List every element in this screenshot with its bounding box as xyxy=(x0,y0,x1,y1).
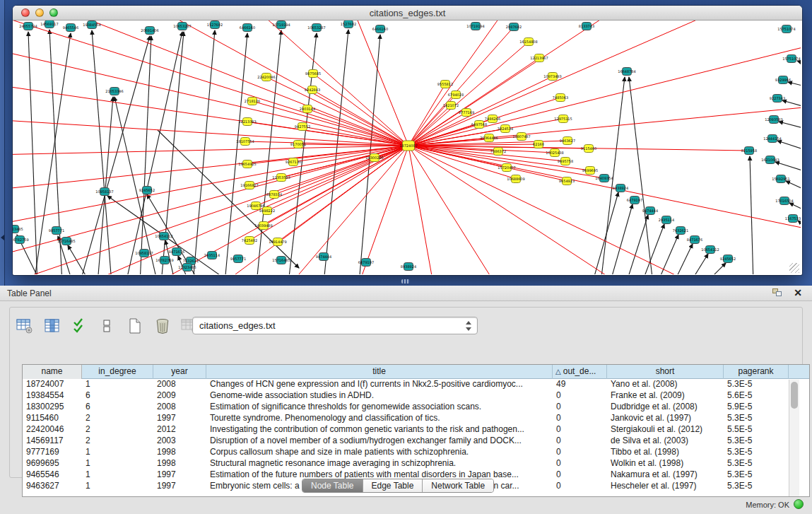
graph-node[interactable]: 14569117 xyxy=(40,21,58,28)
vertical-scrollbar[interactable] xyxy=(789,380,799,496)
graph-node[interactable]: 7486266 xyxy=(485,115,500,123)
graph-node[interactable]: 6479197 xyxy=(627,197,642,204)
table-row[interactable]: 969969511998Structural magnetic resonanc… xyxy=(23,458,809,469)
graph-node[interactable]: 7485063 xyxy=(553,94,568,102)
new-document-icon[interactable] xyxy=(124,315,146,337)
graph-node[interactable]: 9555812 xyxy=(437,81,453,88)
graph-node[interactable]: 2935114 xyxy=(204,252,220,259)
graph-node[interactable]: 9227343 xyxy=(770,95,785,103)
graph-node[interactable]: 9857771 xyxy=(49,227,64,235)
graph-node[interactable]: 12975115 xyxy=(554,115,572,123)
graph-node[interactable]: 8471676 xyxy=(169,248,184,256)
rows-icon[interactable] xyxy=(97,315,118,337)
graph-node[interactable]: 18107554 xyxy=(236,138,254,146)
graph-node[interactable]: 9245652 xyxy=(720,255,736,263)
table-row[interactable]: 1938455462009Genome-wide association stu… xyxy=(23,390,809,402)
graph-node[interactable]: 19384554 xyxy=(83,21,100,29)
graph-node[interactable]: 10653287 xyxy=(307,24,325,32)
graph-node[interactable]: 6794028 xyxy=(448,91,464,99)
select-all-icon[interactable] xyxy=(69,315,90,337)
graph-node[interactable]: 16154808 xyxy=(519,38,537,46)
graph-node[interactable]: 20364486 xyxy=(480,134,498,142)
graph-node[interactable]: 12323485 xyxy=(13,226,23,233)
close-icon[interactable]: ✕ xyxy=(794,287,802,298)
graph-node[interactable]: 15716485 xyxy=(272,257,290,264)
graph-node[interactable]: 3824534 xyxy=(498,125,513,133)
tab-network-table[interactable]: Network Table xyxy=(423,479,493,493)
graph-node[interactable]: 10719194 xyxy=(272,21,290,29)
table-row[interactable]: 911546021997Tourette syndrome. Phenomeno… xyxy=(23,413,809,424)
graph-node[interactable]: 9242843 xyxy=(305,86,320,94)
scrollbar-thumb[interactable] xyxy=(791,382,798,409)
graph-node[interactable]: 10654112 xyxy=(701,246,719,254)
graph-node[interactable]: 9495758 xyxy=(558,158,573,165)
graph-node[interactable]: 7632621 xyxy=(673,227,688,235)
table-row[interactable]: 1830029562008Estimation of significance … xyxy=(23,402,809,413)
graph-node[interactable]: 12323485 xyxy=(178,264,196,271)
graph-node[interactable]: 1527602 xyxy=(207,21,223,29)
network-view[interactable]: 1872400718300295224200462718126122133831… xyxy=(13,21,801,274)
graph-node[interactable]: 9329966 xyxy=(775,76,791,84)
graph-node[interactable]: 10688609 xyxy=(507,175,524,183)
graph-node[interactable]: 8878334 xyxy=(266,191,282,199)
graph-node[interactable]: 2087682 xyxy=(506,23,522,31)
graph-node[interactable]: 9245652 xyxy=(139,187,155,194)
graph-node[interactable]: 16648784 xyxy=(618,68,635,76)
graph-node[interactable]: 18724007 xyxy=(399,141,417,151)
graph-node[interactable]: 10807487 xyxy=(512,133,530,141)
graph-node[interactable]: 9857771 xyxy=(230,255,246,263)
graph-node[interactable]: 10719194 xyxy=(466,23,484,30)
column-header-in-degree[interactable]: in_degree xyxy=(82,365,153,379)
graph-node[interactable]: 10958137 xyxy=(135,250,153,257)
column-header-pagerank[interactable]: pagerank xyxy=(724,365,789,379)
graph-node[interactable]: 16782759 xyxy=(13,236,29,244)
graph-node[interactable]: 9498222 xyxy=(259,207,275,215)
table-row[interactable]: 2242004622012Investigating the contribut… xyxy=(23,424,809,436)
table-select-combobox[interactable]: citations_edges.txt xyxy=(192,317,478,334)
graph-node[interactable]: 10654112 xyxy=(155,233,172,240)
graph-node[interactable]: 10958137 xyxy=(95,188,113,196)
graph-node[interactable]: 9875685 xyxy=(305,70,321,78)
graph-node[interactable]: 1421072 xyxy=(443,102,459,110)
graph-node[interactable]: 8215958 xyxy=(741,147,757,155)
delete-icon[interactable] xyxy=(152,315,173,337)
tab-node-table[interactable]: Node Table xyxy=(302,479,363,493)
graph-node[interactable]: 6466160 xyxy=(240,24,255,32)
tab-edge-table[interactable]: Edge Table xyxy=(363,479,423,493)
graph-node[interactable]: 6497568 xyxy=(471,121,487,129)
graph-node[interactable]: 21053346 xyxy=(105,88,123,95)
graph-node[interactable]: 10653287 xyxy=(173,23,191,30)
graph-node[interactable]: 16914479 xyxy=(269,238,286,246)
graph-node[interactable]: 9474444 xyxy=(316,253,331,261)
graph-node[interactable]: 7425402 xyxy=(242,237,257,245)
column-header-title[interactable]: title xyxy=(206,365,553,379)
table-row[interactable]: 1872400712008Changes of HCN gene express… xyxy=(23,379,809,390)
graph-node[interactable]: 10025438 xyxy=(546,149,563,157)
graph-node[interactable]: 12213967 xyxy=(530,54,548,62)
graph-node[interactable]: 1527602 xyxy=(341,21,356,28)
graph-node[interactable]: 2718126 xyxy=(245,98,260,105)
collapse-panel-arrow-icon[interactable] xyxy=(1,235,4,240)
graph-node[interactable]: 8133743 xyxy=(579,23,594,30)
graph-node[interactable]: 9115460 xyxy=(581,145,596,153)
window-titlebar[interactable]: citations_edges.txt xyxy=(13,6,802,21)
table-row[interactable]: 977716911998Corpus callosum shape and si… xyxy=(23,447,809,458)
panel-divider-handle[interactable] xyxy=(401,279,410,284)
graph-node[interactable]: 16782759 xyxy=(155,257,173,264)
column-header-out-degree[interactable]: △out_de... xyxy=(553,365,607,379)
graph-node[interactable]: 2935114 xyxy=(659,216,674,224)
graph-node[interactable]: 62160 xyxy=(533,141,544,148)
show-columns-icon[interactable] xyxy=(42,315,63,337)
graph-node[interactable]: 9699695 xyxy=(582,167,598,175)
graph-node[interactable]: 15720407 xyxy=(498,164,515,172)
graph-node[interactable]: 8938924 xyxy=(401,263,416,271)
window-resize-grip[interactable] xyxy=(789,263,799,273)
column-header-year[interactable]: year xyxy=(153,365,206,379)
graph-node[interactable]: 9463627 xyxy=(560,137,575,145)
graph-node[interactable]: 19654925 xyxy=(238,160,256,168)
graph-node[interactable]: 24055724 xyxy=(19,23,37,30)
graph-node[interactable]: 20691406 xyxy=(141,27,158,35)
graph-node[interactable]: 9654923 xyxy=(559,177,575,185)
column-header-short[interactable]: short xyxy=(607,365,724,379)
table-mode-icon[interactable] xyxy=(14,315,35,337)
